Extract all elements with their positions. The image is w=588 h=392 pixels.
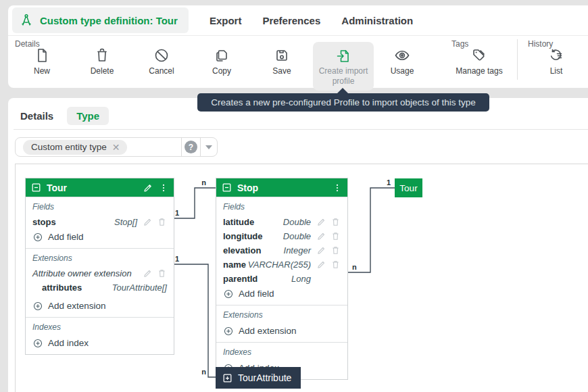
history-list-button[interactable]: List [529,47,583,76]
entity-stop[interactable]: Stop Fields latitude Double long [216,178,348,380]
edit-pencil-icon[interactable] [143,182,153,193]
type-filter-input[interactable]: Custom entity type ✕ ? [15,137,218,157]
entity-name: TourAttribute [238,372,291,383]
cardinality-label: 1 [387,178,391,187]
field-row-stops[interactable]: stops Stop[] [32,215,167,229]
add-extension-button[interactable]: Add extension [32,298,167,314]
kebab-menu-icon[interactable] [159,182,168,193]
help-icon: ? [185,141,197,153]
edit-pencil-icon[interactable] [143,268,153,278]
cardinality-label: n [352,263,357,271]
section-label: Fields [223,202,341,212]
manage-tags-button[interactable]: Manage tags [452,47,506,76]
edit-pencil-icon[interactable] [316,217,326,227]
top-card: Custom type definition: Tour Export Pref… [8,5,588,88]
compass-icon [19,13,34,28]
help-button[interactable]: ? [182,141,200,153]
fields-section: Fields latitude Double longitude Double [216,197,347,305]
indexes-section: Indexes Add index [26,317,174,354]
filter-chip-label: Custom entity type [31,142,107,152]
entity-name: Tour [399,183,417,193]
menu-item-administration[interactable]: Administration [341,15,413,26]
trash-icon[interactable] [330,260,341,270]
active-module-pill[interactable]: Custom type definition: Tour [12,7,189,33]
extensions-section: Extensions Add extension [216,305,347,342]
collapse-icon[interactable] [31,182,41,193]
chevron-down-icon [205,145,212,149]
field-row-latitude[interactable]: latitude Double [223,215,341,229]
field-row-longitude[interactable]: longitude Double [223,229,341,243]
trash-icon[interactable] [157,217,167,227]
type-diagram-canvas[interactable]: 1 n 1 n n 1 Tour Fie [15,164,588,392]
collapse-icon[interactable] [222,182,232,193]
expand-icon[interactable] [222,373,232,383]
history-list-icon [548,47,564,64]
field-row-parentid[interactable]: parentId Long [223,272,341,286]
filter-chip-custom-entity-type[interactable]: Custom entity type ✕ [23,140,127,155]
edit-pencil-icon[interactable] [316,260,326,270]
extension-row[interactable]: Attribute owner extension [32,266,167,280]
entity-tour-attribute[interactable]: TourAttribute [216,367,301,389]
edit-pencil-icon[interactable] [143,217,153,227]
save-button[interactable]: Save [255,47,309,76]
entity-tour-header[interactable]: Tour [26,178,174,197]
cardinality-label: n [201,178,206,187]
copy-button[interactable]: Copy [195,47,249,76]
edit-pencil-icon[interactable] [316,245,326,255]
trash-icon[interactable] [330,231,341,241]
extensions-section: Extensions Attribute owner extension att… [26,248,174,317]
menu-bar: Custom type definition: Tour Export Pref… [8,5,588,36]
entity-tour[interactable]: Tour Fields stops Stop[] [25,178,174,355]
circle-plus-icon [32,338,43,349]
add-field-button[interactable]: Add field [223,286,341,301]
toolbar: Details Tags History New Delete [8,36,588,87]
eye-icon [394,47,410,64]
circle-plus-icon [223,326,234,337]
field-row-name[interactable]: name VARCHAR(255) [223,258,341,272]
new-document-icon [34,47,50,64]
trash-icon[interactable] [330,245,341,255]
section-label: Extensions [223,310,341,320]
add-field-button[interactable]: Add field [32,229,167,245]
add-index-button[interactable]: Add index [32,335,167,351]
trash-icon[interactable] [330,217,341,227]
section-label: Indexes [32,322,167,332]
tab-details[interactable]: Details [20,110,53,122]
trash-icon[interactable] [157,268,167,278]
tooltip: Creates a new pre-configured Profile to … [197,93,489,112]
import-profile-icon [335,47,351,65]
cardinality-label: n [201,368,206,376]
filter-dropdown-button[interactable] [201,145,217,149]
main-card: Details Type Custom entity type ✕ ? 1 n … [8,98,588,392]
create-import-profile-button[interactable]: Create importprofile [313,42,374,91]
new-button[interactable]: New [15,47,69,76]
tag-icon [471,47,487,64]
save-floppy-icon [274,47,290,64]
menu-item-preferences[interactable]: Preferences [262,15,320,26]
circle-plus-icon [32,301,43,312]
edit-pencil-icon[interactable] [316,231,326,241]
circle-plus-icon [32,232,43,243]
cardinality-label: 1 [175,255,179,263]
menu-item-export[interactable]: Export [210,15,242,26]
chip-close-icon[interactable]: ✕ [112,143,120,152]
delete-button[interactable]: Delete [75,47,129,76]
entity-name: Stop [237,182,258,193]
fields-section: Fields stops Stop[] Add field [26,197,174,248]
entity-name: Tour [47,182,67,193]
cancel-button[interactable]: Cancel [134,47,189,76]
add-extension-button[interactable]: Add extension [223,323,341,339]
tabs-divider [14,129,588,130]
tooltip-text: Creates a new pre-configured Profile to … [211,97,476,107]
entity-tour-ref[interactable]: Tour [395,178,422,197]
section-label: Indexes [223,347,341,357]
field-row-elevation[interactable]: elevation Integer [223,243,341,258]
cancel-slash-icon [153,47,170,64]
tab-type[interactable]: Type [67,107,109,125]
field-row-attributes[interactable]: attributes TourAttribute[] [32,280,167,295]
section-label: Fields [32,202,167,212]
cardinality-label: 1 [175,209,179,217]
usage-button[interactable]: Usage [375,47,429,76]
kebab-menu-icon[interactable] [333,182,342,193]
entity-stop-header[interactable]: Stop [216,178,347,197]
